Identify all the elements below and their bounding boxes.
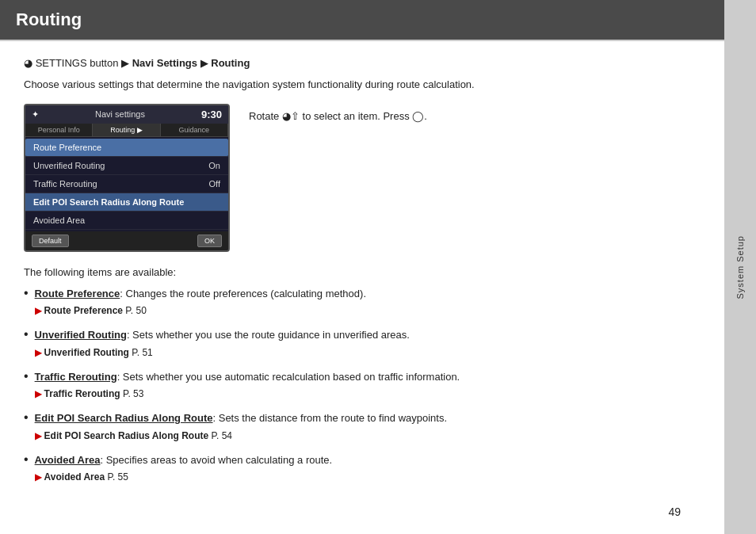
bullet-dot-1: • [24, 328, 29, 341]
navi-tab-guidance: Guidance [161, 124, 228, 136]
press-icon: ◯ [412, 110, 424, 122]
rotate-knob-icon: ◕⇧ [282, 110, 303, 122]
navi-tabs: Personal Info Routing ▶ Guidance [25, 124, 228, 137]
bullet-dot-0: • [24, 287, 29, 299]
navi-item-label-3: Edit POI Search Radius Along Route [33, 197, 184, 207]
breadcrumb-navi: Navi Settings [132, 57, 197, 69]
item-name-1: Unverified Routing [35, 329, 127, 341]
item-name-3: Edit POI Search Radius Along Route [35, 412, 213, 424]
navi-topbar: ✦ Navi settings 9:30 [25, 105, 228, 124]
breadcrumb-routing: Routing [211, 57, 250, 69]
see-also-arrow-0: ▶ [35, 303, 42, 318]
navi-bottom-bar: Default OK [25, 231, 228, 250]
rotate-label: Rotate [249, 110, 279, 122]
ref-page-3: P. 54 [212, 429, 232, 443]
see-also-arrow-3: ▶ [35, 429, 42, 443]
navi-tab-routing: Routing ▶ [93, 124, 160, 136]
navi-compass-icon: ✦ [32, 109, 39, 120]
bullet-dot-3: • [24, 411, 29, 424]
item-desc-3: : Sets the distance from the route to fi… [213, 412, 448, 424]
navi-tab-personal: Personal Info [25, 124, 93, 136]
content-wrapper: ◕ SETTINGS button ▶ Navi Settings ▶ Rout… [0, 41, 724, 534]
see-also-2: ▶ Traffic Rerouting P. 53 [35, 387, 701, 401]
bullet-content-4: Avoided Area: Specifies areas to avoid w… [35, 452, 701, 485]
bullet-content-0: Route Preference: Changes the route pref… [35, 286, 701, 318]
breadcrumb-arrow1: ▶ [121, 57, 129, 69]
following-label: The following items are available: [24, 266, 701, 278]
breadcrumb: ◕ SETTINGS button ▶ Navi Settings ▶ Rout… [24, 57, 701, 69]
navi-item-label-0: Route Preference [33, 143, 101, 152]
navi-item-label-2: Traffic Rerouting [33, 179, 97, 189]
rotate-suffix: to select an item. Press [303, 110, 410, 122]
rotate-instruction: Rotate ◕⇧ to select an item. Press ◯. [249, 104, 701, 252]
ref-page-2: P. 53 [123, 387, 143, 401]
navi-item-label-1: Unverified Routing [33, 161, 105, 170]
bullet-content-1: Unverified Routing: Sets whether you use… [35, 327, 701, 360]
ref-page-0: P. 50 [125, 303, 146, 318]
list-item-1: • Unverified Routing: Sets whether you u… [24, 327, 701, 360]
page-number: 49 [668, 505, 681, 518]
navi-item-avoided: Avoided Area [25, 212, 228, 230]
see-also-0: ▶ Route Preference P. 50 [35, 303, 701, 318]
see-also-arrow-2: ▶ [35, 387, 42, 401]
description-text: Choose various settings that determine t… [24, 77, 701, 93]
navi-default-button[interactable]: Default [32, 235, 69, 247]
navi-ok-button[interactable]: OK [197, 235, 222, 247]
ref-page-1: P. 51 [132, 345, 152, 360]
list-item-2: • Traffic Rerouting: Sets whether you us… [24, 369, 701, 402]
item-desc-4: : Specifies areas to avoid when calculat… [100, 454, 332, 466]
content-area: ◕ SETTINGS button ▶ Navi Settings ▶ Rout… [0, 41, 724, 534]
page-title: Routing [16, 10, 708, 30]
right-sidebar: System Setup [724, 0, 756, 534]
see-also-1: ▶ Unverified Routing P. 51 [35, 345, 701, 360]
item-name-4: Avoided Area [35, 454, 101, 466]
navi-screen-title: Navi settings [95, 109, 145, 119]
content-row: ✦ Navi settings 9:30 Personal Info Routi… [24, 104, 701, 252]
see-also-3: ▶ Edit POI Search Radius Along Route P. … [35, 429, 701, 443]
bullet-dot-2: • [24, 370, 29, 383]
item-desc-1: : Sets whether you use the route guidanc… [127, 329, 410, 341]
ref-name-0: Route Preference [44, 303, 123, 318]
sidebar-label: System Setup [735, 235, 745, 299]
navi-item-poi: Edit POI Search Radius Along Route [25, 193, 228, 212]
ref-name-2: Traffic Rerouting [44, 387, 120, 401]
breadcrumb-settings: SETTINGS button [36, 57, 119, 69]
navi-menu-items: Route Preference Unverified Routing On T… [25, 137, 228, 231]
navi-item-value-2: Off [209, 179, 220, 189]
navi-item-label-4: Avoided Area [33, 216, 85, 225]
list-item-3: • Edit POI Search Radius Along Route: Se… [24, 410, 701, 443]
bullet-list: • Route Preference: Changes the route pr… [24, 286, 701, 485]
navi-time: 9:30 [201, 109, 222, 120]
settings-icon: ◕ [24, 57, 32, 69]
navi-item-value-1: On [208, 161, 220, 170]
navi-item-traffic: Traffic Rerouting Off [25, 175, 228, 193]
item-desc-0: : Changes the route preferences (calcula… [120, 288, 366, 299]
bullet-dot-4: • [24, 453, 29, 466]
navi-item-route-preference: Route Preference [25, 139, 228, 157]
ref-page-4: P. 55 [107, 470, 128, 484]
ref-name-3: Edit POI Search Radius Along Route [44, 429, 209, 443]
main-content: Routing ◕ SETTINGS button ▶ Navi Setting… [0, 0, 724, 534]
ref-name-1: Unverified Routing [44, 345, 129, 360]
item-name-2: Traffic Rerouting [35, 371, 117, 383]
list-item-4: • Avoided Area: Specifies areas to avoid… [24, 452, 701, 485]
item-name-0: Route Preference [35, 288, 120, 299]
bullet-content-3: Edit POI Search Radius Along Route: Sets… [35, 410, 701, 443]
see-also-arrow-1: ▶ [35, 345, 42, 360]
bullet-content-2: Traffic Rerouting: Sets whether you use … [35, 369, 701, 402]
see-also-4: ▶ Avoided Area P. 55 [35, 470, 701, 484]
page-header: Routing [0, 0, 724, 41]
navi-screen: ✦ Navi settings 9:30 Personal Info Routi… [24, 104, 230, 252]
ref-name-4: Avoided Area [44, 470, 105, 484]
see-also-arrow-4: ▶ [35, 470, 42, 484]
item-desc-2: : Sets whether you use automatic recalcu… [117, 371, 460, 383]
breadcrumb-arrow2: ▶ [200, 57, 208, 69]
list-item-0: • Route Preference: Changes the route pr… [24, 286, 701, 318]
navi-item-unverified: Unverified Routing On [25, 157, 228, 175]
screenshot-container: ✦ Navi settings 9:30 Personal Info Routi… [24, 104, 230, 252]
